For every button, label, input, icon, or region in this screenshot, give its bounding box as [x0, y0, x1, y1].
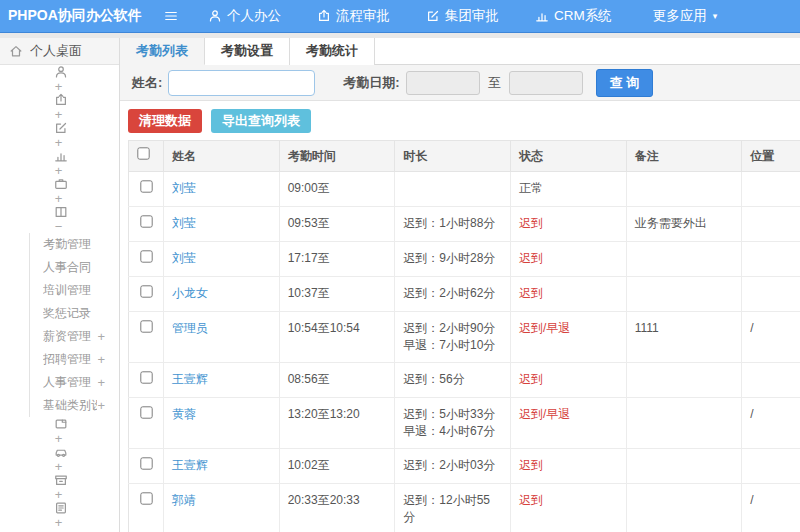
- query-button[interactable]: 查 询: [596, 69, 654, 97]
- sidebar-item[interactable]: 个人办公 +: [0, 65, 119, 93]
- top-nav-label: CRM系统: [554, 7, 612, 25]
- date-from-input[interactable]: [406, 71, 480, 95]
- expand-toggle-icon[interactable]: +: [55, 515, 74, 529]
- sidebar-item[interactable]: 人力资源 −: [0, 205, 119, 233]
- employee-name-link[interactable]: 王壹辉: [172, 458, 208, 472]
- row-checkbox[interactable]: [140, 371, 152, 383]
- sidebar-item[interactable]: 项目管理 +: [0, 501, 119, 529]
- table-row: 小龙女 10:37至 迟到：2小时62分 迟到: [129, 277, 800, 312]
- row-checkbox[interactable]: [140, 320, 152, 332]
- status-badge: 迟到: [519, 286, 543, 300]
- row-checkbox[interactable]: [140, 457, 152, 469]
- row-checkbox[interactable]: [140, 285, 152, 297]
- sidebar-item[interactable]: CRM系统 +: [0, 149, 119, 177]
- employee-name-link[interactable]: 刘莹: [172, 251, 196, 265]
- employee-name-link[interactable]: 小龙女: [172, 286, 208, 300]
- name-cell: 刘莹: [164, 242, 280, 277]
- row-checkbox[interactable]: [140, 492, 152, 504]
- top-nav-label: 个人办公: [227, 7, 281, 25]
- location-cell: /: [742, 398, 800, 449]
- select-all-checkbox[interactable]: [137, 147, 149, 159]
- row-checkbox[interactable]: [140, 215, 152, 227]
- attendance-time-cell: 13:20至13:20: [279, 398, 395, 449]
- remark-cell: [626, 449, 742, 484]
- top-nav-item[interactable]: 更多应用 ▾: [648, 7, 718, 25]
- expand-toggle-icon[interactable]: +: [55, 487, 74, 501]
- user-icon: [54, 65, 68, 79]
- sidebar-item[interactable]: 薪资管理 +: [29, 325, 119, 348]
- chart-icon: [54, 149, 68, 163]
- attendance-time-cell: 08:56至: [279, 363, 395, 398]
- employee-name-link[interactable]: 黄蓉: [172, 407, 196, 421]
- sidebar-item-label: 薪资管理: [43, 328, 97, 345]
- tab[interactable]: 考勤统计: [290, 38, 375, 65]
- doc-icon: [54, 417, 68, 431]
- tab[interactable]: 考勤列表: [120, 38, 205, 65]
- status-badge: 迟到: [519, 372, 543, 386]
- expand-toggle-icon[interactable]: +: [97, 352, 119, 367]
- export-list-button[interactable]: 导出查询列表: [211, 109, 311, 133]
- sidebar-item[interactable]: 人事合同: [29, 256, 119, 279]
- status-badge: 迟到: [519, 493, 543, 507]
- remark-cell: 1111: [626, 312, 742, 363]
- expand-toggle-icon[interactable]: +: [97, 398, 119, 413]
- row-checkbox-cell: [129, 484, 164, 532]
- expand-toggle-icon[interactable]: +: [55, 431, 74, 445]
- attendance-time-cell: 10:02至: [279, 449, 395, 484]
- table-row: 郭靖 20:33至20:33 迟到：12小时55分 迟到 /: [129, 484, 800, 532]
- column-header: 时长: [395, 141, 511, 172]
- expand-toggle-icon[interactable]: +: [55, 191, 74, 205]
- sidebar-item[interactable]: 招聘管理 +: [29, 348, 119, 371]
- location-cell: [742, 277, 800, 312]
- status-badge: 迟到/早退: [519, 407, 570, 421]
- status-badge: 迟到: [519, 458, 543, 472]
- expand-toggle-icon[interactable]: +: [97, 329, 119, 344]
- sidebar-item[interactable]: 人事管理 +: [29, 371, 119, 394]
- expand-toggle-icon[interactable]: +: [55, 163, 74, 177]
- attendance-time-cell: 17:17至: [279, 242, 395, 277]
- top-nav-item[interactable]: 流程审批: [317, 7, 396, 25]
- sidebar-item-label: 人事合同: [43, 259, 105, 276]
- row-checkbox[interactable]: [140, 406, 152, 418]
- location-cell: [742, 242, 800, 277]
- row-checkbox[interactable]: [140, 180, 152, 192]
- expand-toggle-icon[interactable]: +: [55, 135, 74, 149]
- remark-cell: 业务需要外出: [626, 207, 742, 242]
- sidebar-item[interactable]: 基础类别设置 +: [29, 394, 119, 417]
- sidebar-item[interactable]: 流程审批 +: [0, 93, 119, 121]
- sidebar-item[interactable]: 培训管理: [29, 279, 119, 302]
- row-checkbox-cell: [129, 363, 164, 398]
- clean-data-button[interactable]: 清理数据: [128, 109, 202, 133]
- table-row: 刘莹 17:17至 迟到：9小时28分 迟到: [129, 242, 800, 277]
- sidebar-item[interactable]: 个人桌面: [0, 38, 119, 65]
- expand-toggle-icon[interactable]: +: [55, 459, 74, 473]
- employee-name-link[interactable]: 郭靖: [172, 493, 196, 507]
- sidebar-item[interactable]: 用车管理 +: [0, 445, 119, 473]
- row-checkbox[interactable]: [140, 250, 152, 262]
- top-nav-item[interactable]: 集团审批: [426, 7, 505, 25]
- top-nav-label: 流程审批: [336, 7, 390, 25]
- row-checkbox-cell: [129, 449, 164, 484]
- tab[interactable]: 考勤设置: [205, 38, 290, 65]
- employee-name-link[interactable]: 管理员: [172, 321, 208, 335]
- expand-toggle-icon[interactable]: +: [97, 375, 119, 390]
- status-badge: 迟到: [519, 216, 543, 230]
- employee-name-link[interactable]: 刘莹: [172, 216, 196, 230]
- car-icon: [54, 445, 68, 459]
- date-to-input[interactable]: [509, 71, 583, 95]
- expand-toggle-icon[interactable]: +: [55, 107, 74, 121]
- expand-toggle-icon[interactable]: +: [55, 79, 74, 93]
- employee-name-link[interactable]: 王壹辉: [172, 372, 208, 386]
- sidebar-item[interactable]: 集团审批 +: [0, 121, 119, 149]
- top-nav-item[interactable]: CRM系统: [535, 7, 618, 25]
- sidebar-item[interactable]: 奖惩记录: [29, 302, 119, 325]
- name-filter-input[interactable]: [168, 70, 315, 96]
- expand-toggle-icon[interactable]: −: [55, 219, 74, 233]
- sidebar-item[interactable]: 行政办公 +: [0, 177, 119, 205]
- sidebar-item[interactable]: 公文管理 +: [0, 417, 119, 445]
- hamburger-menu-icon[interactable]: [164, 9, 184, 23]
- employee-name-link[interactable]: 刘莹: [172, 181, 196, 195]
- top-nav-item[interactable]: 个人办公: [208, 7, 287, 25]
- sidebar-item[interactable]: 考勤管理: [29, 233, 119, 256]
- sidebar-item[interactable]: 档案管理 +: [0, 473, 119, 501]
